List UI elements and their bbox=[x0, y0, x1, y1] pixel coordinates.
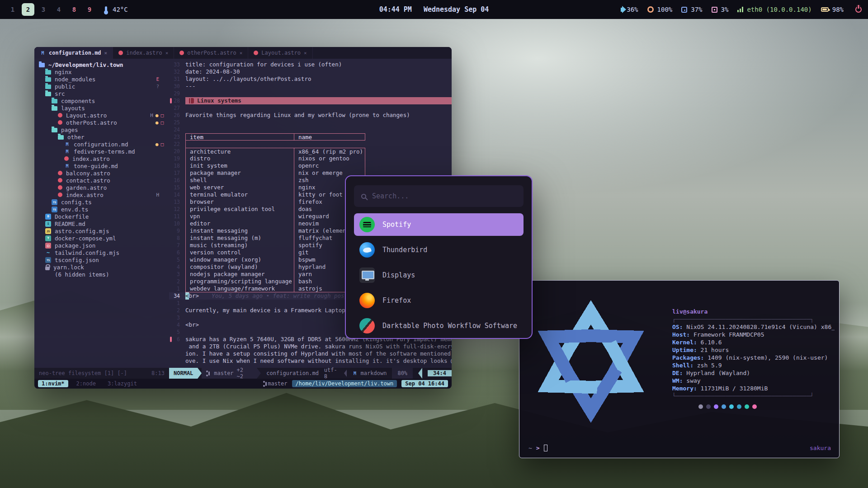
clock[interactable]: 04:44 PM Wednesday Sep 04 bbox=[379, 5, 489, 14]
editor-tab[interactable]: index.astro × bbox=[113, 47, 174, 59]
tree-item[interactable]: configuration.md ● □ bbox=[39, 141, 169, 148]
close-icon[interactable]: × bbox=[240, 50, 243, 56]
astro-icon bbox=[179, 51, 184, 55]
fastfetch-terminal[interactable]: liv@sakura ┌────────────────────────────… bbox=[519, 280, 840, 458]
tree-item[interactable]: Dockerfile bbox=[39, 213, 169, 220]
launcher-item[interactable]: Displays bbox=[354, 264, 524, 286]
table-cell-item: nodejs package manager bbox=[185, 271, 294, 278]
module-value: eth0 (10.0.0.140) bbox=[747, 6, 811, 13]
launcher-item[interactable]: Firefox bbox=[354, 289, 524, 312]
app-launcher[interactable]: Spotify Thunderbird Displays Firefox Dar… bbox=[345, 175, 533, 339]
line-number: 3 bbox=[169, 271, 185, 278]
launcher-item[interactable]: Spotify bbox=[354, 213, 524, 236]
temperature-module[interactable]: 42°C bbox=[105, 6, 128, 13]
bar-module[interactable]: 36% bbox=[621, 6, 638, 13]
tree-item[interactable]: public ? bbox=[39, 83, 169, 90]
file-tree[interactable]: ~/Development/liv.town nginx bbox=[34, 59, 169, 368]
line-number: 29 bbox=[169, 90, 185, 97]
launcher-item[interactable]: Thunderbird bbox=[354, 239, 524, 261]
line-text: <br> bbox=[185, 321, 199, 328]
tree-item[interactable]: other bbox=[39, 133, 169, 141]
editor-tab[interactable]: configuration.md × bbox=[34, 47, 113, 59]
powerline-separator-icon bbox=[198, 368, 202, 379]
tree-item[interactable]: fediverse-terms.md bbox=[39, 148, 169, 155]
close-icon[interactable]: × bbox=[165, 50, 169, 56]
tree-item[interactable]: nginx bbox=[39, 68, 169, 75]
bar-module[interactable]: 37% bbox=[681, 6, 702, 13]
fetch-field: Packages: 1409 (nix-system), 2590 (nix-u… bbox=[672, 354, 835, 361]
color-swatch-icon bbox=[745, 404, 749, 409]
fetch-field: Memory: 11731MiB / 31280MiB bbox=[672, 385, 835, 392]
tree-item[interactable]: index.astro bbox=[39, 155, 169, 162]
tabline: configuration.md × index.astro × otherPo… bbox=[34, 47, 452, 59]
tree-item[interactable]: (6 hidden items) bbox=[39, 271, 169, 278]
tree-item[interactable]: layouts bbox=[39, 104, 169, 112]
tmux-branch: master bbox=[268, 380, 287, 387]
launcher-item-label: Darktable Photo Workflow Software bbox=[382, 322, 517, 330]
line-number: 10 bbox=[169, 220, 185, 227]
tree-item[interactable]: balcony.astro bbox=[39, 169, 169, 177]
close-icon[interactable]: × bbox=[104, 50, 108, 56]
tmux-window[interactable]: 2:node bbox=[73, 380, 99, 387]
tree-item[interactable]: config.ts bbox=[39, 198, 169, 206]
field-label: OS: bbox=[672, 324, 683, 330]
bar-module[interactable]: 3% bbox=[712, 6, 729, 13]
tree-item[interactable]: package.json bbox=[39, 242, 169, 249]
workspace-button[interactable]: 1 bbox=[6, 3, 19, 16]
tree-item[interactable]: tailwind.config.mjs bbox=[39, 249, 169, 256]
tree-item-marks: E bbox=[156, 76, 164, 82]
tmux-window[interactable]: 1:nvim* bbox=[38, 380, 68, 387]
workspace-button[interactable]: 8 bbox=[68, 3, 80, 16]
editor-line: and a 2TB (Crucial P5 Plus) NVMe drive. … bbox=[169, 343, 452, 350]
workspace-button[interactable]: 9 bbox=[83, 3, 96, 16]
temperature-value: 42°C bbox=[113, 6, 128, 13]
bar-module[interactable]: 100% bbox=[647, 6, 673, 13]
line-text: ove. I use Nix when I need software with… bbox=[185, 357, 452, 365]
tree-item[interactable]: index.astro H bbox=[39, 191, 169, 198]
close-icon[interactable]: × bbox=[304, 50, 307, 56]
tree-item[interactable]: docker-compose.yml bbox=[39, 235, 169, 242]
tree-item[interactable]: env.d.ts bbox=[39, 206, 169, 213]
tree-item-label: Layout.astro bbox=[66, 112, 107, 119]
tree-item[interactable]: node_modules E bbox=[39, 75, 169, 83]
tree-item[interactable]: otherPost.astro ● □ bbox=[39, 119, 169, 126]
tree-root[interactable]: ~/Development/liv.town bbox=[39, 61, 169, 68]
workspace-button[interactable]: 2 bbox=[22, 3, 34, 16]
tree-item[interactable]: garden.astro bbox=[39, 184, 169, 191]
displays-icon bbox=[359, 267, 375, 283]
tree-item[interactable]: README.md bbox=[39, 220, 169, 227]
search-input[interactable] bbox=[372, 192, 516, 200]
line-number: 13 bbox=[169, 198, 185, 206]
power-icon[interactable] bbox=[855, 6, 862, 13]
shell-prompt[interactable]: ~ > bbox=[528, 445, 547, 451]
tree-item[interactable]: pages bbox=[39, 126, 169, 133]
bar-module[interactable]: eth0 (10.0.0.140) bbox=[737, 6, 811, 13]
tree-item[interactable]: Layout.astro H ● □ bbox=[39, 112, 169, 119]
field-label: Packages: bbox=[672, 354, 704, 361]
tree-item-label: garden.astro bbox=[66, 184, 107, 191]
tree-item[interactable]: astro.config.mjs bbox=[39, 227, 169, 235]
bar-module[interactable]: 98% bbox=[821, 6, 844, 13]
tree-item[interactable]: src bbox=[39, 90, 169, 97]
color-swatch-icon bbox=[714, 404, 718, 409]
line-number: 14 bbox=[169, 191, 185, 198]
launcher-item[interactable]: Darktable Photo Workflow Software bbox=[354, 314, 524, 337]
folder-icon bbox=[45, 77, 51, 82]
editor-tab[interactable]: otherPost.astro × bbox=[174, 47, 248, 59]
tree-item[interactable]: yarn.lock bbox=[39, 263, 169, 271]
tmux-datetime: Sep 04 16:44 bbox=[401, 380, 448, 387]
tree-item[interactable]: contact.astro bbox=[39, 177, 169, 184]
field-label: Kernel: bbox=[672, 339, 697, 346]
intro-lines: 27 26 Favorite things regarding Linux an… bbox=[169, 104, 452, 133]
line-number: 17 bbox=[169, 169, 185, 177]
workspace-button[interactable]: 3 bbox=[37, 3, 50, 16]
editor-line: 33 title: configuration for devices i us… bbox=[169, 61, 452, 68]
tree-item[interactable]: tsconfig.json bbox=[39, 256, 169, 263]
workspace-button[interactable]: 4 bbox=[52, 3, 65, 16]
folder-open-icon bbox=[52, 106, 57, 111]
tmux-window[interactable]: 3:lazygit bbox=[104, 380, 141, 387]
editor-tab[interactable]: Layout.astro × bbox=[248, 47, 312, 59]
tree-item[interactable]: components bbox=[39, 97, 169, 104]
tree-item[interactable]: tone-guide.md bbox=[39, 162, 169, 169]
table-cell-item: browser bbox=[185, 198, 294, 206]
